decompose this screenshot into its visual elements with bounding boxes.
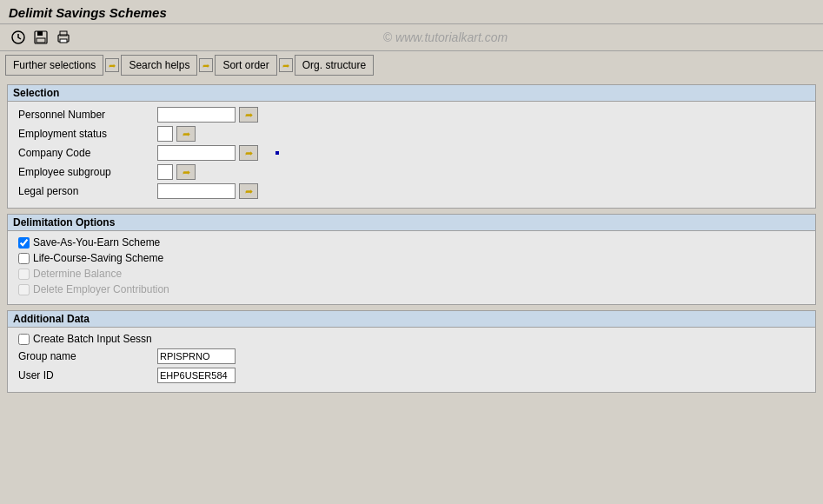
tab-sort-order[interactable]: Sort order (215, 55, 276, 76)
tab-search-helps-label: Search helps (129, 59, 189, 71)
clock-icon[interactable] (9, 28, 28, 47)
selection-title: Selection (8, 85, 815, 102)
legal-person-row: Legal person ➦ (18, 183, 805, 199)
print-icon[interactable] (54, 28, 73, 47)
legal-person-arrow[interactable]: ➦ (239, 183, 258, 199)
company-code-arrow[interactable]: ➦ (239, 145, 258, 161)
employee-subgroup-arrow[interactable]: ➦ (176, 164, 196, 180)
selection-section: Selection Personnel Number ➦ Employment … (7, 84, 816, 209)
create-batch-label: Create Batch Input Sessn (33, 333, 152, 345)
tab-org-structure-label: Org. structure (302, 59, 366, 71)
user-id-label: User ID (18, 369, 157, 381)
tab-org-structure[interactable]: Org. structure (295, 55, 374, 76)
tab-arrow-2: ➦ (199, 58, 213, 72)
legal-person-label: Legal person (18, 185, 157, 197)
employee-subgroup-input[interactable] (157, 164, 173, 180)
employment-status-label: Employment status (18, 128, 157, 140)
tab-arrow-3: ➦ (279, 58, 293, 72)
employment-status-row: Employment status ➦ (18, 126, 805, 142)
tab-further-selections[interactable]: Further selections (5, 55, 103, 76)
determine-balance-row: Determine Balance (18, 268, 805, 280)
determine-balance-checkbox (18, 269, 30, 280)
additional-data-content: Create Batch Input Sessn Group name User… (8, 328, 815, 392)
tab-further-selections-label: Further selections (13, 59, 96, 71)
group-name-label: Group name (18, 350, 157, 362)
delete-employer-label: Delete Employer Contribution (33, 283, 169, 295)
additional-data-section: Additional Data Create Batch Input Sessn… (7, 310, 816, 393)
main-content: Selection Personnel Number ➦ Employment … (0, 79, 823, 398)
group-name-input[interactable] (157, 348, 236, 364)
save-as-you-earn-row: Save-As-You-Earn Scheme (18, 236, 805, 249)
svg-rect-3 (37, 38, 45, 43)
company-code-row: Company Code ➦ (18, 145, 805, 161)
svg-rect-2 (37, 31, 43, 36)
life-course-saving-row: Life-Course-Saving Scheme (18, 252, 805, 264)
tab-sort-order-label: Sort order (222, 59, 269, 71)
watermark: © www.tutorialkart.com (76, 30, 814, 44)
personnel-number-arrow[interactable]: ➦ (239, 107, 258, 123)
personnel-number-label: Personnel Number (18, 109, 157, 121)
create-batch-checkbox[interactable] (18, 334, 30, 345)
svg-rect-6 (60, 39, 67, 43)
toolbar: © www.tutorialkart.com (0, 24, 823, 51)
delete-employer-row: Delete Employer Contribution (18, 283, 805, 295)
user-id-row: User ID (18, 368, 805, 383)
additional-data-title: Additional Data (8, 311, 815, 328)
employment-status-arrow[interactable]: ➦ (176, 126, 196, 142)
delimitation-section: Delimitation Options Save-As-You-Earn Sc… (7, 214, 816, 305)
save-as-you-earn-label: Save-As-You-Earn Scheme (33, 236, 160, 249)
company-code-input[interactable] (157, 145, 236, 161)
tab-search-helps[interactable]: Search helps (121, 55, 197, 76)
legal-person-input[interactable] (157, 183, 236, 199)
determine-balance-label: Determine Balance (33, 268, 122, 280)
page-title: Delimit Savings Schemes (9, 5, 814, 20)
user-id-input[interactable] (157, 368, 236, 383)
employee-subgroup-row: Employee subgroup ➦ (18, 164, 805, 180)
tab-arrow-1: ➦ (105, 58, 119, 72)
delete-employer-checkbox (18, 284, 30, 295)
group-name-row: Group name (18, 348, 805, 364)
employment-status-input[interactable] (157, 126, 173, 142)
personnel-number-row: Personnel Number ➦ (18, 107, 805, 123)
selection-content: Personnel Number ➦ Employment status ➦ C… (8, 102, 815, 208)
title-bar: Delimit Savings Schemes (0, 0, 823, 24)
tab-bar: Further selections ➦ Search helps ➦ Sort… (0, 51, 823, 79)
life-course-saving-checkbox[interactable] (18, 253, 30, 264)
dot-indicator (275, 151, 279, 155)
save-icon[interactable] (31, 28, 50, 47)
personnel-number-input[interactable] (157, 107, 236, 123)
create-batch-row: Create Batch Input Sessn (18, 333, 805, 345)
employee-subgroup-label: Employee subgroup (18, 166, 157, 178)
company-code-label: Company Code (18, 147, 157, 159)
save-as-you-earn-checkbox[interactable] (18, 237, 30, 249)
delimitation-title: Delimitation Options (8, 215, 815, 231)
delimitation-content: Save-As-You-Earn Scheme Life-Course-Savi… (8, 231, 815, 304)
life-course-saving-label: Life-Course-Saving Scheme (33, 252, 163, 264)
